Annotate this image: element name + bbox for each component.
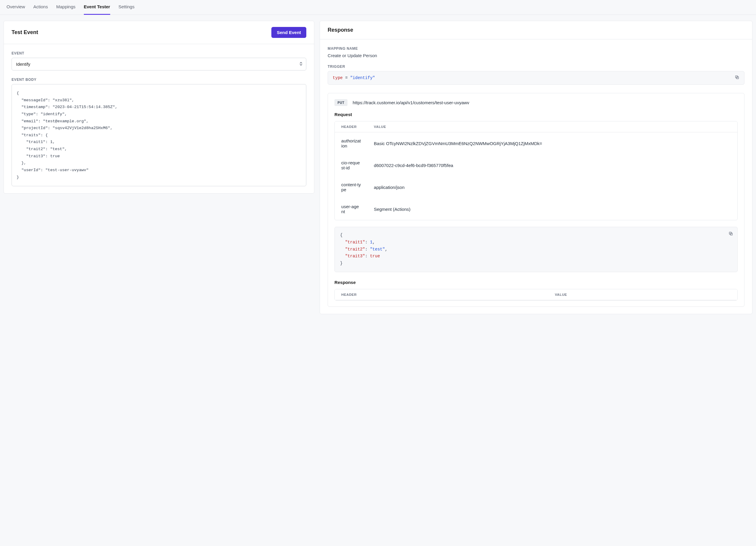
tabs-nav: Overview Actions Mappings Event Tester S…: [0, 0, 756, 15]
header-name: content-type: [335, 176, 367, 198]
copy-icon[interactable]: [735, 75, 739, 81]
header-name: cio-request-id: [335, 154, 367, 176]
header-value: Basic OTcyNWI2NzlkZDVjZGVmNmU3MmE6NzQ2NW…: [367, 132, 737, 154]
tab-overview[interactable]: Overview: [7, 0, 25, 15]
header-value: application/json: [367, 176, 737, 198]
table-row: content-typeapplication/json: [335, 176, 737, 198]
event-body-label: EVENT BODY: [12, 78, 306, 82]
trigger-lhs: type: [333, 76, 343, 80]
response-title: Response: [328, 27, 353, 33]
header-col: HEADER: [335, 121, 367, 132]
trigger-op: =: [345, 76, 347, 80]
tab-event-tester[interactable]: Event Tester: [84, 0, 110, 15]
test-event-panel: Test Event Send Event EVENT Identify EVE…: [4, 21, 314, 194]
response-section-title: Response: [334, 280, 738, 285]
event-select[interactable]: Identify: [12, 58, 306, 71]
table-row: authorizationBasic OTcyNWI2NzlkZDVjZGVmN…: [335, 132, 737, 154]
tab-settings[interactable]: Settings: [118, 0, 134, 15]
trigger-box: type = "identify": [328, 71, 744, 85]
request-headers-table: HEADER VALUE authorizationBasic OTcyNWI2…: [334, 121, 738, 220]
header-value: d6007022-c9cd-4ef6-bcd9-f365770f5fea: [367, 154, 737, 176]
http-method-badge: PUT: [334, 99, 347, 106]
response-headers-table: HEADER VALUE: [334, 289, 738, 300]
header-name: authorization: [335, 132, 367, 154]
event-body-textarea[interactable]: { "messageId": "xzu38l", "timestamp": "2…: [12, 84, 306, 186]
tab-mappings[interactable]: Mappings: [56, 0, 76, 15]
tab-actions[interactable]: Actions: [33, 0, 48, 15]
trigger-rhs: "identify": [350, 76, 375, 80]
request-response-block: PUT https://track.customer.io/api/v1/cus…: [328, 93, 744, 307]
request-section-title: Request: [334, 112, 738, 117]
request-url: https://track.customer.io/api/v1/custome…: [353, 100, 469, 105]
value-col: VALUE: [367, 121, 737, 132]
table-row: user-agentSegment (Actions): [335, 198, 737, 220]
table-row: cio-request-idd6007022-c9cd-4ef6-bcd9-f3…: [335, 154, 737, 176]
trigger-label: TRIGGER: [328, 65, 744, 69]
value-col: VALUE: [548, 289, 737, 300]
header-value: Segment (Actions): [367, 198, 737, 220]
mapping-name-label: MAPPING NAME: [328, 47, 744, 51]
request-body-json: { "trait1": 1, "trait2": "test", "trait3…: [334, 227, 738, 272]
mapping-name-value: Create or Update Person: [328, 53, 744, 58]
test-event-title: Test Event: [12, 29, 38, 36]
header-col: HEADER: [335, 289, 548, 300]
send-event-button[interactable]: Send Event: [271, 27, 306, 38]
response-panel: Response MAPPING NAME Create or Update P…: [320, 21, 752, 314]
copy-icon[interactable]: [728, 231, 733, 239]
event-label: EVENT: [12, 51, 306, 55]
header-name: user-agent: [335, 198, 367, 220]
